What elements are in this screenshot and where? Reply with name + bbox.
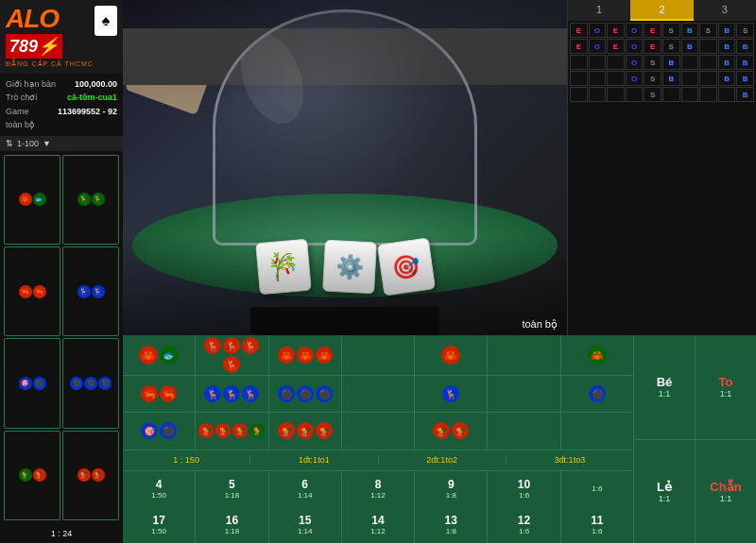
icon-r-deer-3: 🦌 — [242, 337, 259, 354]
history-tab-3[interactable]: 3 — [694, 0, 756, 21]
num-cell-11[interactable]: 11 1:6 — [561, 507, 633, 543]
hc-5-8 — [699, 87, 717, 102]
animal-icon-blue-4: ⚫ — [33, 377, 46, 390]
bet-cell-be[interactable]: Bé 1:1 — [634, 335, 696, 439]
bet-col-3-1[interactable]: 🎯 ⚫ — [123, 413, 196, 449]
bet-col-3-5[interactable]: 🐓 🐓 — [415, 413, 488, 449]
bet-col-1-3[interactable]: 🦀 🦀 🦀 — [269, 335, 342, 375]
triple-cell-2[interactable]: 1dt:1to1 — [250, 455, 378, 465]
bet-col-1-6[interactable] — [488, 335, 560, 375]
triple-cell-1[interactable]: 1 : 150 — [123, 455, 250, 465]
triple-cell-3[interactable]: 2dt:1to2 — [379, 455, 507, 465]
bet-animal-row-1: 🦀 🐟 🦌 🦌 🦌 🦌 🦀 — [123, 335, 633, 376]
animal-icon-red-3: 🦐 — [33, 285, 46, 298]
history-tab-2[interactable]: 2 — [630, 0, 693, 21]
bet-col-1-4[interactable] — [342, 335, 415, 375]
num-cell-10b[interactable]: 1:6 — [561, 471, 633, 507]
icon-r-rooster-1: 🐓 — [198, 423, 214, 438]
left-bet-cell-1[interactable]: 🦀 🐟 — [4, 155, 60, 245]
left-bet-cell-6[interactable]: ⚫ ⚫ ⚫ — [62, 338, 119, 428]
bet-col-3-3[interactable]: 🐓 🐓 🐓 — [269, 413, 342, 449]
num-cell-16[interactable]: 16 1:18 — [196, 507, 268, 543]
be-label: Bé — [657, 375, 673, 389]
hc-1-10: S — [736, 23, 754, 38]
num-cell-4[interactable]: 4 1:50 — [123, 471, 196, 507]
bet-col-2-3[interactable]: ⚫ ⚫ ⚫ — [269, 376, 342, 412]
right-bet-row-bottom: Lẻ 1:1 Chẵn 1:1 — [634, 440, 756, 544]
bet-col-3-7[interactable] — [561, 413, 633, 449]
bet-col-2-4[interactable] — [342, 376, 415, 412]
card-icon: ♠ — [94, 6, 117, 36]
icon-r-shrimp-2: 🦐 — [160, 385, 177, 402]
num-cell-8[interactable]: 8 1:12 — [342, 471, 415, 507]
bet-col-3-6[interactable] — [488, 413, 560, 449]
bet-cell-chan[interactable]: Chẵn 1:1 — [696, 440, 756, 544]
icon-b-deer-3: 🦌 — [242, 385, 259, 402]
bet-cell-to[interactable]: To 1:1 — [696, 335, 756, 439]
toantb-overlay: toàn bộ — [522, 318, 558, 331]
bet-col-2-1[interactable]: 🦐 🦐 — [123, 376, 196, 412]
num-cell-5[interactable]: 5 1:18 — [196, 471, 268, 507]
toantb-label: toàn bộ — [6, 118, 35, 131]
left-bet-cell-8[interactable]: 🐓 🐓 — [62, 431, 119, 520]
hc-3-1 — [570, 55, 588, 70]
num-cell-13[interactable]: 13 1:8 — [415, 507, 488, 543]
num-cell-6[interactable]: 6 1:14 — [269, 471, 342, 507]
history-tab-1[interactable]: 1 — [568, 0, 630, 21]
animal-icon-green-4: 🐓 — [19, 468, 32, 482]
hc-3-10: B — [736, 55, 754, 70]
hc-2-9: B — [718, 39, 736, 54]
hc-3-8 — [699, 55, 717, 70]
right-bet-row-top: Bé 1:1 To 1:1 — [634, 335, 756, 440]
hc-2-10: B — [736, 39, 754, 54]
bet-cell-le[interactable]: Lẻ 1:1 — [634, 440, 696, 544]
left-bet-cell-4[interactable]: 🦌 🦌 — [62, 246, 119, 336]
num-cell-14[interactable]: 14 1:12 — [342, 507, 415, 543]
triple-cell-4[interactable]: 3dt:1to3 — [507, 455, 633, 465]
bet-col-2-2[interactable]: 🦌 🦌 🦌 — [196, 376, 268, 412]
history-row-5: S B — [570, 87, 754, 102]
left-bet-cell-5[interactable]: 🎯 ⚫ — [4, 338, 60, 428]
hc-1-6: S — [662, 23, 680, 38]
hc-4-2 — [589, 71, 607, 86]
history-grid: E O E O E S B S B S E O — [568, 21, 756, 335]
bet-col-1-2[interactable]: 🦌 🦌 🦌 🦌 — [196, 335, 268, 375]
num-cell-15[interactable]: 15 1:14 — [269, 507, 342, 543]
hc-5-1 — [570, 87, 588, 102]
icon-r-rooster-3: 🐓 — [232, 423, 248, 438]
game-label: Game — [6, 105, 29, 118]
icon-g-rooster-1: 🐓 — [249, 423, 265, 438]
bet-col-3-2[interactable]: 🐓 🐓 🐓 🐓 — [196, 413, 268, 449]
bet-col-1-5[interactable]: 🦀 — [415, 335, 488, 375]
bet-col-2-6[interactable] — [488, 376, 560, 412]
hc-1-1: E — [570, 23, 588, 38]
bet-col-1-7[interactable]: 🦀 — [561, 335, 633, 375]
bet-col-3-4[interactable] — [342, 413, 415, 449]
bet-col-1-1[interactable]: 🦀 🐟 — [123, 335, 196, 375]
num-cell-9[interactable]: 9 1:8 — [415, 471, 488, 507]
hc-3-4: O — [626, 55, 644, 70]
history-row-1: E O E O E S B S B S — [570, 23, 754, 38]
left-bet-cell-7[interactable]: 🐓 🐓 — [4, 431, 60, 520]
hc-4-3 — [607, 71, 625, 86]
history-panel: 1 2 3 E O E O E — [567, 0, 756, 335]
bet-triple-row: 1 : 150 1dt:1to1 2dt:1to2 3dt:1to3 — [123, 450, 633, 471]
bet-col-2-7[interactable]: ⚫ — [561, 376, 633, 412]
left-bet-cell-3[interactable]: 🦐 🦐 — [4, 246, 60, 336]
info-row-gioi-han: Giới hạn bàn 100,000.00 — [6, 77, 117, 91]
video-overlay — [123, 0, 567, 335]
bet-main-grid: 🦀 🐟 🦌 🦌 🦌 🦌 🦀 — [123, 335, 633, 543]
hc-4-5: S — [644, 71, 662, 86]
icon-r-rooster-4: 🐓 — [278, 422, 295, 439]
game-value: 113699552 - 92 — [58, 105, 117, 118]
logo-789: 789⚡ — [6, 34, 62, 59]
le-odds: 1:1 — [659, 494, 671, 503]
icon-r-rooster-2: 🐓 — [215, 423, 231, 438]
animal-icon-green-2: 🦌 — [77, 193, 91, 206]
num-cell-10[interactable]: 10 1:6 — [488, 471, 560, 507]
left-bet-cell-2[interactable]: 🦌 🦌 — [62, 155, 119, 245]
num-cell-12[interactable]: 12 1:6 — [488, 507, 560, 543]
bet-col-2-5[interactable]: 🦌 — [415, 376, 488, 412]
icon-b-gourd-2: ⚫ — [160, 422, 177, 439]
num-cell-17[interactable]: 17 1:50 — [123, 507, 196, 543]
